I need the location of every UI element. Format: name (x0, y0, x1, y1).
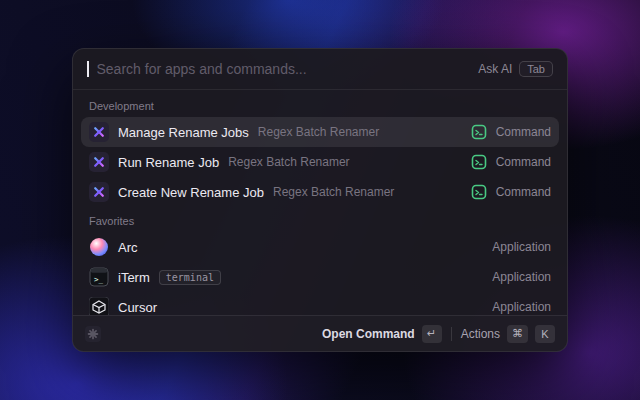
item-title: Cursor (118, 300, 157, 315)
tab-key-badge: Tab (519, 61, 553, 77)
list-item-manage-rename-jobs[interactable]: Manage Rename Jobs Regex Batch Renamer C… (81, 117, 559, 147)
svg-text:>_: >_ (94, 275, 104, 284)
item-type: Command (496, 185, 551, 199)
search-input[interactable] (97, 61, 471, 77)
pinwheel-extension-icon (89, 122, 109, 142)
footer-separator (451, 327, 452, 341)
item-type: Command (496, 125, 551, 139)
list-item-create-new-rename-job[interactable]: Create New Rename Job Regex Batch Rename… (81, 177, 559, 207)
item-title: iTerm (118, 270, 150, 285)
list-item-arc[interactable]: Arc Application (81, 232, 559, 262)
ask-ai-hint[interactable]: Ask AI Tab (478, 61, 553, 77)
item-subtitle: Regex Batch Renamer (258, 125, 379, 139)
cursor-icon (89, 297, 109, 315)
item-subtitle: Regex Batch Renamer (228, 155, 349, 169)
iterm-icon: >_ (89, 267, 109, 287)
current-command-icon (85, 326, 101, 342)
arc-browser-icon (89, 237, 109, 257)
item-title: Manage Rename Jobs (118, 125, 249, 140)
cmd-key-badge: ⌘ (507, 325, 528, 343)
list-item-run-rename-job[interactable]: Run Rename Job Regex Batch Renamer Comma… (81, 147, 559, 177)
list-item-cursor[interactable]: Cursor Application (81, 292, 559, 315)
k-key-badge: K (535, 325, 555, 343)
footer-action-bar: Open Command ↵ Actions ⌘ K (73, 315, 567, 351)
desktop-wallpaper: { "launcher": { "search": { "placeholder… (0, 0, 640, 400)
item-title: Run Rename Job (118, 155, 219, 170)
search-bar: Ask AI Tab (73, 49, 567, 89)
actions-button[interactable]: Actions ⌘ K (461, 325, 555, 343)
item-subtitle: Regex Batch Renamer (273, 185, 394, 199)
open-command-label: Open Command (322, 327, 415, 341)
pinwheel-extension-icon (89, 152, 109, 172)
item-type: Command (496, 155, 551, 169)
launcher-window: Ask AI Tab Development Manage Rename Job… (72, 48, 568, 352)
open-command-button[interactable]: Open Command ↵ (322, 325, 442, 343)
pinwheel-extension-icon (89, 182, 109, 202)
item-title: Arc (118, 240, 138, 255)
item-type: Application (492, 300, 551, 314)
section-title-favorites: Favorites (81, 207, 559, 232)
text-caret (87, 61, 89, 77)
ask-ai-label: Ask AI (478, 62, 512, 76)
item-keyword-badge: terminal (159, 270, 221, 285)
list-item-iterm[interactable]: >_ iTerm terminal Application (81, 262, 559, 292)
enter-key-badge: ↵ (422, 325, 442, 343)
terminal-green-icon (471, 154, 487, 170)
section-title-development: Development (81, 92, 559, 117)
item-type: Application (492, 240, 551, 254)
item-title: Create New Rename Job (118, 185, 264, 200)
terminal-green-icon (471, 124, 487, 140)
terminal-green-icon (471, 184, 487, 200)
results-list: Development Manage Rename Jobs Regex Bat… (73, 90, 567, 315)
actions-label: Actions (461, 327, 500, 341)
item-type: Application (492, 270, 551, 284)
